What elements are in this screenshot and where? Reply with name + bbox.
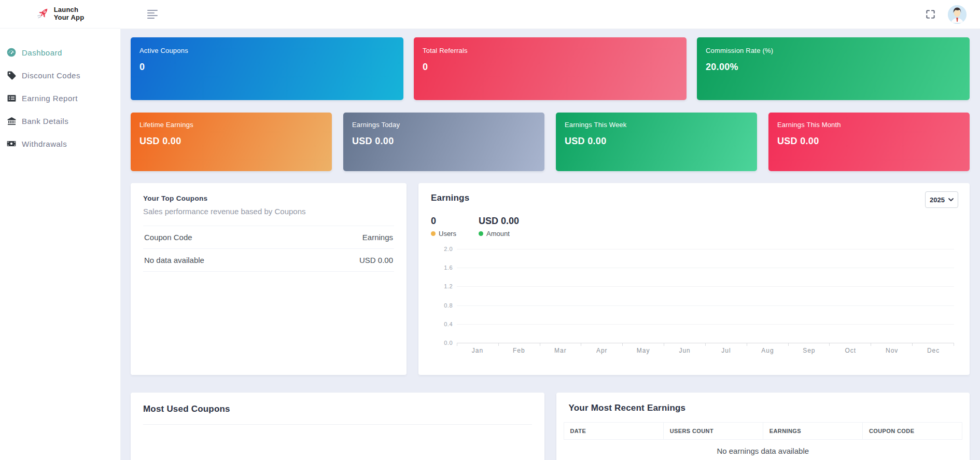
stat-title: Earnings Today: [352, 121, 536, 129]
earnings-chart-card: Earnings 2025 0 Users: [418, 183, 970, 375]
x-tick: Jun: [664, 347, 706, 354]
x-tick: Feb: [498, 347, 540, 354]
top-coupons-table: Coupon Code Earnings No data available U…: [143, 226, 394, 272]
stat-title: Active Coupons: [139, 47, 395, 54]
x-tick: May: [623, 347, 664, 354]
stat-title: Earnings This Month: [777, 121, 961, 129]
y-tick: 0.8: [432, 302, 453, 309]
sidebar-item-label: Dashboard: [22, 48, 62, 57]
sidebar: LaunchYour App Dashboard: [0, 0, 120, 460]
app-root: LaunchYour App Dashboard: [0, 0, 980, 460]
sidebar-item-label: Discount Codes: [22, 71, 80, 80]
x-axis-ticks: [457, 343, 954, 346]
topbar: [120, 0, 980, 29]
legend-amount: USD 0.00 Amount: [479, 216, 526, 238]
stat-value: USD 0.00: [565, 136, 748, 147]
menu-toggle-icon[interactable]: [145, 8, 160, 21]
y-tick: 2.0: [432, 246, 453, 252]
top-coupons-card: Your Top Coupons Sales performance reven…: [131, 183, 407, 375]
brand-name: LaunchYour App: [54, 6, 85, 22]
stat-title: Earnings This Week: [565, 121, 748, 129]
x-tick: Dec: [913, 347, 954, 354]
stat-card-total-referrals: Total Referrals 0: [414, 37, 687, 100]
most-used-title: Most Used Coupons: [143, 404, 532, 414]
most-used-coupons-card: Most Used Coupons: [131, 393, 544, 460]
column-header-earnings: Earnings: [302, 226, 394, 249]
top-coupons-title: Your Top Coupons: [143, 194, 394, 202]
x-tick: Aug: [747, 347, 788, 354]
y-tick: 1.2: [432, 283, 453, 289]
stat-value: 20.00%: [706, 62, 961, 73]
stat-title: Commission Rate (%): [706, 47, 961, 54]
earnings-line-chart: 2.0 1.6 1.2 0.8 0.4 0.0 Jan F: [431, 246, 957, 361]
x-tick: Nov: [871, 347, 913, 354]
recent-earnings-card: Your Most Recent Earnings DATE USERS COU…: [556, 393, 970, 460]
year-select[interactable]: 2025: [925, 191, 958, 208]
y-tick: 1.6: [432, 264, 453, 271]
speedometer-icon: [6, 47, 17, 58]
sidebar-item-withdrawals[interactable]: Withdrawals: [0, 132, 120, 155]
stat-title: Total Referrals: [423, 47, 678, 54]
stat-value: USD 0.00: [777, 136, 961, 147]
rocket-icon: [36, 6, 50, 22]
stat-card-commission-rate: Commission Rate (%) 20.00%: [697, 37, 970, 100]
sidebar-item-label: Earning Report: [22, 94, 78, 103]
stat-value: USD 0.00: [139, 136, 323, 147]
amount-dot-icon: [479, 231, 483, 236]
stat-card-earnings-month: Earnings This Month USD 0.00: [768, 113, 970, 171]
sidebar-item-discount-codes[interactable]: Discount Codes: [0, 64, 120, 87]
column-header-date: DATE: [564, 423, 663, 440]
dashboard-content: Active Coupons 0 Total Referrals 0 Commi…: [120, 29, 980, 460]
column-header-users-count: USERS COUNT: [663, 423, 763, 440]
bank-icon: [6, 116, 17, 126]
chevron-down-icon: [948, 198, 954, 201]
x-tick: Sep: [788, 347, 830, 354]
cell-coupon-code: No data available: [143, 249, 302, 272]
year-select-value: 2025: [930, 196, 945, 204]
stat-card-active-coupons: Active Coupons 0: [131, 37, 403, 100]
sidebar-item-dashboard[interactable]: Dashboard: [0, 41, 120, 64]
stat-value: 0: [423, 62, 678, 73]
sidebar-nav: Dashboard Discount Codes: [0, 29, 120, 155]
table-row: No data available USD 0.00: [143, 249, 394, 272]
users-dot-icon: [431, 231, 436, 236]
sidebar-item-earning-report[interactable]: Earning Report: [0, 87, 120, 109]
tag-icon: [6, 71, 17, 80]
recent-earnings-title: Your Most Recent Earnings: [564, 403, 963, 422]
column-header-coupon-code: COUPON CODE: [862, 423, 962, 440]
x-tick: Mar: [540, 347, 581, 354]
stat-card-earnings-today: Earnings Today USD 0.00: [343, 113, 544, 171]
stat-title: Lifetime Earnings: [139, 121, 323, 129]
sidebar-item-label: Bank Details: [22, 117, 68, 126]
fullscreen-icon[interactable]: [926, 9, 935, 19]
earnings-title: Earnings: [431, 193, 957, 203]
sidebar-item-label: Withdrawals: [22, 140, 67, 148]
column-header-coupon-code: Coupon Code: [143, 226, 302, 249]
report-icon: [6, 93, 17, 103]
x-tick: Apr: [581, 347, 623, 354]
top-coupons-subtitle: Sales performance revenue based by Coupo…: [143, 207, 394, 216]
y-tick: 0.4: [432, 321, 453, 327]
x-tick: Oct: [830, 347, 871, 354]
table-row: No earnings data available: [564, 440, 962, 460]
stat-card-lifetime-earnings: Lifetime Earnings USD 0.00: [131, 113, 332, 171]
x-tick: Jul: [706, 347, 747, 354]
stat-card-earnings-week: Earnings This Week USD 0.00: [556, 113, 757, 171]
cell-earnings: USD 0.00: [302, 249, 394, 272]
brand-logo[interactable]: LaunchYour App: [0, 0, 120, 29]
legend-users: 0 Users: [431, 216, 479, 238]
column-header-earnings: EARNINGS: [763, 423, 862, 440]
sidebar-item-bank-details[interactable]: Bank Details: [0, 109, 120, 132]
user-avatar[interactable]: [948, 5, 967, 24]
x-tick: Jan: [457, 347, 498, 354]
y-tick: 0.0: [432, 340, 453, 346]
stat-value: USD 0.00: [352, 136, 536, 147]
main-area: Active Coupons 0 Total Referrals 0 Commi…: [120, 0, 980, 460]
chart-legend: 0 Users USD 0.00 Amount: [431, 216, 957, 238]
recent-earnings-table: DATE USERS COUNT EARNINGS COUPON CODE No…: [564, 422, 963, 460]
stat-value: 0: [139, 62, 395, 73]
cash-icon: [6, 138, 17, 149]
empty-message: No earnings data available: [564, 440, 962, 460]
x-axis-labels: Jan Feb Mar Apr May Jun Jul Aug Sep Oct …: [457, 347, 954, 354]
